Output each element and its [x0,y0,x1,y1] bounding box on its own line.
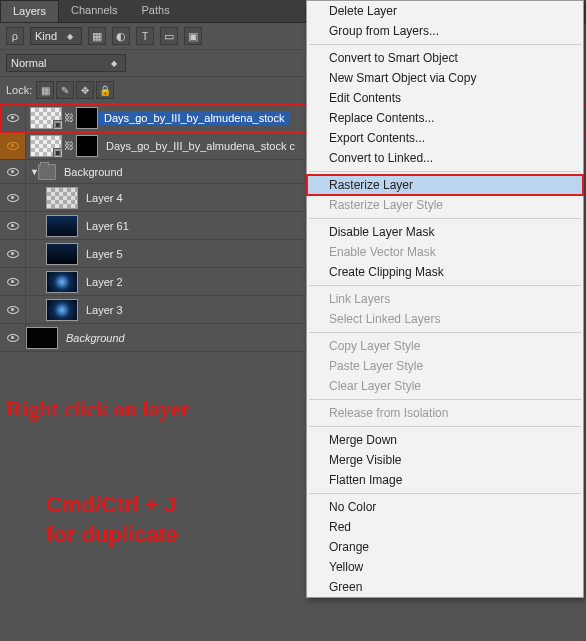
annotation-line1: Cmd/Ctrl + J [46,492,176,517]
ctx-export-contents[interactable]: Export Contents... [307,128,583,148]
lock-transparent-icon[interactable]: ▦ [36,81,54,99]
ctx-release-isolation: Release from Isolation [307,403,583,423]
tab-layers[interactable]: Layers [0,0,59,22]
ctx-flatten-image[interactable]: Flatten Image [307,470,583,490]
eye-icon [7,334,19,342]
eye-icon [7,278,19,286]
layer-name[interactable]: Days_go_by_III_by_almudena_stock c [98,140,295,152]
ctx-delete-layer[interactable]: Delete Layer [307,1,583,21]
filter-adjust-icon[interactable]: ◐ [112,27,130,45]
layer-thumb[interactable]: ▣ [30,107,62,129]
filter-search-icon[interactable]: ρ [6,27,24,45]
blend-mode-select[interactable]: Normal ◆ [6,54,126,72]
layer-mask-thumb[interactable] [76,135,98,157]
layer-thumb[interactable]: ▣ [30,135,62,157]
link-icon: ⛓ [64,137,74,155]
ctx-separator [309,399,581,400]
layer-name[interactable]: Layer 3 [78,304,123,316]
ctx-enable-vector-mask: Enable Vector Mask [307,242,583,262]
chevron-down-icon: ◆ [107,59,121,68]
ctx-green[interactable]: Green [307,577,583,597]
ctx-convert-linked[interactable]: Convert to Linked... [307,148,583,168]
ctx-separator [309,426,581,427]
eye-icon [7,250,19,258]
layer-thumb[interactable] [26,327,58,349]
layer-name[interactable]: Days_go_by_III_by_almudena_stock [98,111,290,125]
visibility-toggle[interactable] [0,240,26,267]
visibility-toggle[interactable] [0,184,26,211]
ctx-separator [309,218,581,219]
filter-pixel-icon[interactable]: ▦ [88,27,106,45]
lock-icons: ▦ ✎ ✥ 🔒 [36,81,114,99]
layer-thumb[interactable] [46,271,78,293]
layer-name[interactable]: Background [58,332,125,344]
ctx-merge-visible[interactable]: Merge Visible [307,450,583,470]
tab-paths[interactable]: Paths [130,0,182,22]
layer-mask-thumb[interactable] [76,107,98,129]
ctx-copy-layer-style: Copy Layer Style [307,336,583,356]
tab-channels[interactable]: Channels [59,0,129,22]
filter-shape-icon[interactable]: ▭ [160,27,178,45]
layer-thumb[interactable] [46,215,78,237]
ctx-create-clipping-mask[interactable]: Create Clipping Mask [307,262,583,282]
blend-mode-value: Normal [11,57,46,69]
ctx-separator [309,332,581,333]
smart-object-badge: ▣ [53,120,63,130]
eye-icon [7,194,19,202]
annotation-line2: for duplicate [46,522,178,547]
layer-name[interactable]: Layer 4 [78,192,123,204]
ctx-paste-layer-style: Paste Layer Style [307,356,583,376]
ctx-yellow[interactable]: Yellow [307,557,583,577]
ctx-group-from-layers[interactable]: Group from Layers... [307,21,583,41]
ctx-disable-layer-mask[interactable]: Disable Layer Mask [307,222,583,242]
filter-type-icon[interactable]: T [136,27,154,45]
ctx-convert-smart-object[interactable]: Convert to Smart Object [307,48,583,68]
visibility-toggle[interactable] [0,160,26,183]
lock-all-icon[interactable]: 🔒 [96,81,114,99]
link-icon: ⛓ [64,109,74,127]
ctx-link-layers: Link Layers [307,289,583,309]
group-disclosure-icon[interactable]: ▼ [26,167,36,177]
ctx-rasterize-layer[interactable]: Rasterize Layer [307,175,583,195]
lock-label: Lock: [6,84,32,96]
layer-name[interactable]: Layer 61 [78,220,129,232]
folder-icon [38,164,56,180]
lock-pixels-icon[interactable]: ✎ [56,81,74,99]
visibility-toggle[interactable] [0,104,26,131]
visibility-toggle[interactable] [0,212,26,239]
ctx-separator [309,285,581,286]
visibility-toggle[interactable] [0,268,26,295]
group-name[interactable]: Background [56,166,123,178]
chevron-down-icon: ◆ [63,32,77,41]
ctx-replace-contents[interactable]: Replace Contents... [307,108,583,128]
kind-select[interactable]: Kind ◆ [30,27,82,45]
visibility-toggle[interactable] [0,324,26,351]
layer-thumb[interactable] [46,187,78,209]
filter-smart-icon[interactable]: ▣ [184,27,202,45]
layer-name[interactable]: Layer 2 [78,276,123,288]
ctx-new-smart-object-copy[interactable]: New Smart Object via Copy [307,68,583,88]
ctx-orange[interactable]: Orange [307,537,583,557]
layer-name[interactable]: Layer 5 [78,248,123,260]
visibility-toggle[interactable] [0,296,26,323]
ctx-no-color[interactable]: No Color [307,497,583,517]
kind-label: Kind [35,30,57,42]
ctx-edit-contents[interactable]: Edit Contents [307,88,583,108]
lock-position-icon[interactable]: ✥ [76,81,94,99]
ctx-red[interactable]: Red [307,517,583,537]
ctx-separator [309,44,581,45]
layer-thumb[interactable] [46,243,78,265]
ctx-separator [309,171,581,172]
annotation-duplicate: Cmd/Ctrl + J for duplicate [46,490,178,549]
eye-icon [7,168,19,176]
eye-icon [7,114,19,122]
eye-icon [7,306,19,314]
visibility-toggle[interactable] [0,132,26,159]
ctx-select-linked-layers: Select Linked Layers [307,309,583,329]
ctx-merge-down[interactable]: Merge Down [307,430,583,450]
layer-thumb[interactable] [46,299,78,321]
ctx-clear-layer-style: Clear Layer Style [307,376,583,396]
eye-icon [7,142,19,150]
eye-icon [7,222,19,230]
context-menu: Delete Layer Group from Layers... Conver… [306,0,584,598]
